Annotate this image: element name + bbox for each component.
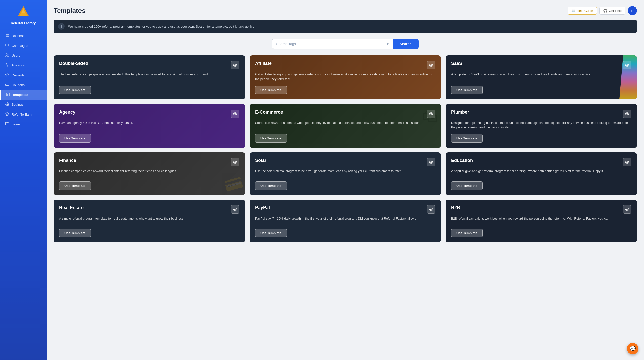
learn-icon <box>5 122 9 127</box>
sidebar: Referral Factory Dashboard Campaigns Use… <box>0 0 47 360</box>
preview-button-b2b[interactable] <box>623 205 631 214</box>
sidebar-item-dashboard[interactable]: Dashboard <box>0 31 47 41</box>
use-template-button-saas[interactable]: Use Template <box>451 86 483 94</box>
eye-icon <box>625 64 629 67</box>
template-card-b2b: B2B B2B referral campaigns work best whe… <box>446 200 637 242</box>
campaigns-icon <box>5 43 9 48</box>
card-title: Double-Sided <box>59 61 88 66</box>
sidebar-item-templates[interactable]: Templates <box>0 90 47 100</box>
use-template-button-real-estate[interactable]: Use Template <box>59 229 91 237</box>
card-title: SaaS <box>451 61 462 66</box>
template-card-finance: 💳 Finance Finance companies can reward t… <box>54 152 245 195</box>
card-header: Education <box>451 158 631 166</box>
sidebar-item-analytics[interactable]: Analytics <box>0 60 47 70</box>
coupons-icon <box>5 83 9 87</box>
svg-point-38 <box>627 209 628 210</box>
svg-point-19 <box>625 64 629 67</box>
sidebar-item-users[interactable]: Users <box>0 51 47 60</box>
use-template-button-solar[interactable]: Use Template <box>255 181 287 190</box>
sidebar-item-label: Refer To Earn <box>12 113 32 116</box>
search-tags-select[interactable]: Search Tags <box>272 39 393 49</box>
card-description: Designed for a plumbing business, this d… <box>451 121 631 130</box>
rewards-icon <box>5 73 9 78</box>
headset-icon: 🎧 <box>603 9 607 13</box>
preview-button-agency[interactable] <box>231 110 239 118</box>
use-template-button-finance[interactable]: Use Template <box>59 181 91 190</box>
card-header: Double-Sided <box>59 61 239 69</box>
card-header: B2B <box>451 205 631 214</box>
use-template-button-ecommerce[interactable]: Use Template <box>255 134 287 143</box>
book-icon: 📖 <box>571 9 575 13</box>
use-template-button-b2b[interactable]: Use Template <box>451 229 483 237</box>
svg-rect-5 <box>6 36 7 37</box>
refer-to-earn-icon <box>5 112 9 117</box>
settings-icon <box>5 102 9 107</box>
info-banner: ℹ We have created 100+ referral program … <box>54 20 637 33</box>
preview-button-double-sided[interactable] <box>231 61 239 69</box>
preview-button-saas[interactable] <box>623 61 631 69</box>
user-avatar[interactable]: F <box>628 6 637 15</box>
svg-point-16 <box>235 65 236 66</box>
svg-point-33 <box>233 208 237 211</box>
card-title: Agency <box>59 110 75 115</box>
svg-point-20 <box>627 65 628 66</box>
svg-point-34 <box>235 209 236 210</box>
search-area: Search Tags ▼ Search <box>54 39 637 49</box>
card-header: Agency <box>59 110 239 118</box>
preview-button-ecommerce[interactable] <box>427 110 435 118</box>
svg-point-8 <box>6 54 7 55</box>
sidebar-item-coupons[interactable]: Coupons <box>0 80 47 90</box>
template-card-real-estate: Real Estate A simple referral program te… <box>54 200 245 242</box>
preview-button-paypal[interactable] <box>427 205 435 214</box>
eye-icon <box>429 161 433 164</box>
use-template-button-paypal[interactable]: Use Template <box>255 229 287 237</box>
preview-button-affiliate[interactable] <box>427 61 435 69</box>
get-help-button[interactable]: 🎧 Get Help <box>599 7 625 15</box>
eye-icon <box>429 208 433 211</box>
chat-bubble-button[interactable]: 💬 <box>627 343 638 354</box>
preview-button-solar[interactable] <box>427 158 435 166</box>
svg-point-18 <box>431 65 432 66</box>
preview-button-real-estate[interactable] <box>231 205 239 214</box>
use-template-button-affiliate[interactable]: Use Template <box>255 86 287 94</box>
svg-point-24 <box>431 113 432 114</box>
search-button[interactable]: Search <box>393 39 419 49</box>
svg-rect-6 <box>7 36 9 37</box>
preview-button-finance[interactable] <box>231 158 239 166</box>
sidebar-item-label: Dashboard <box>12 34 28 38</box>
sidebar-item-campaigns[interactable]: Campaigns <box>0 41 47 51</box>
eye-icon <box>625 161 629 164</box>
sidebar-item-rewards[interactable]: Rewards <box>0 70 47 80</box>
template-grid: Double-Sided The best referral campaigns… <box>54 55 637 242</box>
eye-icon <box>625 112 629 115</box>
svg-point-21 <box>233 112 237 115</box>
svg-point-32 <box>627 162 628 163</box>
template-card-ecommerce: 🛍 E-Commerce Stores can reward customers… <box>250 104 441 148</box>
help-guide-button[interactable]: 📖 Help Guide <box>568 7 597 15</box>
sidebar-item-label: Learn <box>12 122 20 126</box>
use-template-button-double-sided[interactable]: Use Template <box>59 86 91 94</box>
use-template-button-plumber[interactable]: Use Template <box>451 134 483 143</box>
svg-point-25 <box>625 112 629 115</box>
sidebar-item-refer-to-earn[interactable]: Refer To Earn <box>0 110 47 119</box>
svg-marker-9 <box>5 73 9 76</box>
card-description: Use the solar referral program to help y… <box>255 169 435 177</box>
sidebar-item-learn[interactable]: Learn <box>0 119 47 129</box>
svg-rect-4 <box>7 34 9 35</box>
main-content: Templates 📖 Help Guide 🎧 Get Help F ℹ We… <box>47 0 644 360</box>
eye-icon <box>233 112 237 115</box>
use-template-button-education[interactable]: Use Template <box>451 181 483 190</box>
card-header: Solar <box>255 158 435 166</box>
page-header: Templates 📖 Help Guide 🎧 Get Help F <box>54 6 637 15</box>
use-template-button-agency[interactable]: Use Template <box>59 134 91 143</box>
preview-button-education[interactable] <box>623 158 631 166</box>
eye-icon <box>233 208 237 211</box>
template-card-solar: Solar Use the solar referral program to … <box>250 152 441 195</box>
svg-point-37 <box>625 208 629 211</box>
card-description: Stores can reward customers when people … <box>255 121 435 130</box>
card-description: Get affiliates to sign up and generate r… <box>255 72 435 82</box>
sidebar-item-settings[interactable]: Settings <box>0 100 47 110</box>
card-description: B2B referral campaigns work best when yo… <box>451 216 631 225</box>
card-header: PayPal <box>255 205 435 214</box>
preview-button-plumber[interactable] <box>623 110 631 118</box>
